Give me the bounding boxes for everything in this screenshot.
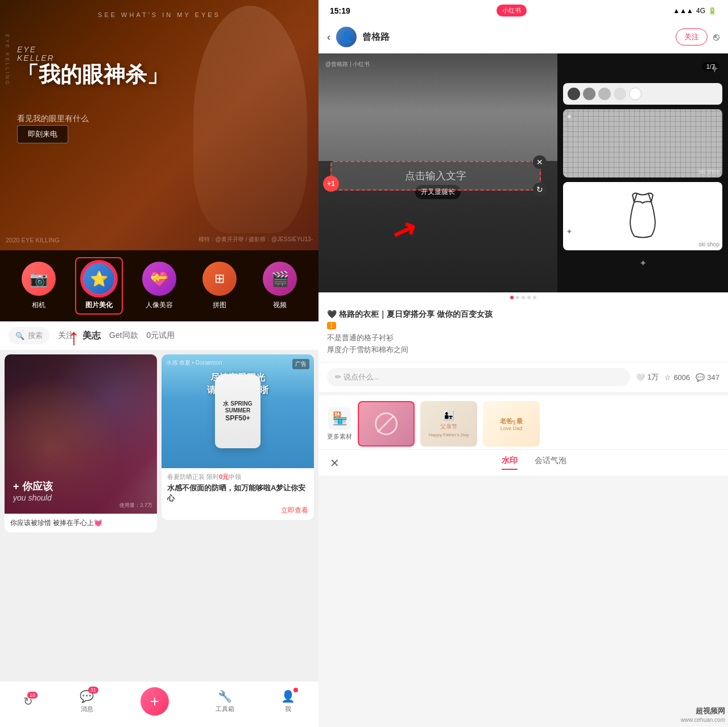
- back-button[interactable]: ‹: [327, 31, 330, 43]
- photo-credit: 模特：@黄开开呀 / 摄影师：@JESSIEYU13-: [198, 236, 313, 243]
- post-title: 🖤 格路的衣柜｜夏日穿搭分享 做你的百变女孩: [327, 309, 719, 320]
- star-count: 6006: [673, 373, 690, 382]
- text-placeholder[interactable]: 点击输入文字: [405, 169, 466, 183]
- card1-image: + 你应该 you should 使用量：2.7万: [5, 354, 157, 514]
- like-count: 1万: [647, 372, 659, 382]
- me-icon: 👤: [281, 690, 295, 703]
- rotate-overlay-button[interactable]: ↻: [533, 183, 547, 196]
- card2-image: 广告 水感 春夏 • Doraemon 尽情享受阳光请哆啦A梦防晣 水 SPRI…: [162, 354, 314, 468]
- bottom-tabs: ✕ 水印 会话气泡 超视频网 www.cehuan.com: [318, 449, 728, 476]
- watermark-thumb-3[interactable]: 老爸╗最 Love Dad: [483, 401, 540, 447]
- plaid-shirt-item[interactable]: ski shop ✦: [563, 109, 722, 177]
- page-indicator: 1/7: [702, 62, 719, 71]
- func-portrait[interactable]: 💝 人像美容: [142, 262, 176, 310]
- eye-keller-label: EYE KELLING: [5, 34, 10, 86]
- highlight-box: [75, 257, 123, 315]
- more-materials-label: 更多素材: [327, 432, 352, 441]
- dress-item[interactable]: ski shop ✦: [563, 182, 722, 250]
- tab-bubble[interactable]: 会话气泡: [535, 456, 566, 470]
- like-button[interactable]: 🤍 1万: [636, 372, 659, 382]
- profile-name: 曾格路: [362, 31, 670, 43]
- post-content: 🖤 格路的衣柜｜夏日穿搭分享 做你的百变女孩 1 不是普通的格子衬衫 厚度介于雪…: [318, 303, 728, 362]
- season-label: 水感 春夏 • Doraemon: [166, 359, 222, 367]
- edit-icon: ✏: [335, 373, 344, 381]
- tab-get[interactable]: Get同款: [109, 331, 138, 341]
- nav-tools[interactable]: 🔧 工具箱: [216, 689, 234, 713]
- close-tab-button[interactable]: ✕: [330, 456, 340, 470]
- portrait-label: 人像美容: [146, 300, 173, 310]
- status-icons: ▲▲▲ 4G 🔋: [673, 7, 717, 15]
- signal-label: 4G: [696, 7, 705, 15]
- card1-main-text: + 你应该: [13, 480, 148, 493]
- func-beauty[interactable]: ⭐ 图片美化: [82, 262, 116, 310]
- dot-1: [510, 296, 514, 299]
- fathers-day-text2: Happy Father's Day: [429, 432, 469, 437]
- profile-avatar: 👤: [336, 27, 357, 47]
- tab-meizhi[interactable]: 美志: [82, 330, 101, 342]
- func-video[interactable]: 🎬 视频: [263, 262, 297, 310]
- comment-count-button[interactable]: 💬 347: [696, 373, 719, 382]
- interaction-bar: ✏ 说点什么... 🤍 1万 ☆ 6006 💬 347: [318, 362, 728, 392]
- hero-cta-button[interactable]: 即刻来电: [17, 125, 68, 143]
- spring-summer-label: 春夏防晒正装 限时0元申领: [167, 473, 308, 481]
- photo-editor: @曾格路 | 小红书 开叉显腿长 +1 点击输入文字 ✕ ↻ ↗ ✦: [318, 53, 728, 292]
- card1-sub-text: you should: [13, 493, 148, 502]
- tab-watermark[interactable]: 水印: [502, 456, 518, 470]
- tab-trial[interactable]: 0元试用: [147, 331, 175, 341]
- dot-4: [527, 296, 531, 299]
- watermark-thumb-1[interactable]: [358, 401, 415, 447]
- hero-section: SEE WHAT'S IN MY EYES EYE KELLER 「我的眼神杀」…: [0, 0, 318, 250]
- tools-icon: 🔧: [218, 689, 232, 703]
- heart-like-icon: 🤍: [636, 373, 645, 382]
- card2-cta[interactable]: 立即查看: [167, 506, 308, 515]
- watermark-thumb-2[interactable]: 👨‍👧 父亲节 Happy Father's Day: [420, 401, 477, 447]
- card2-content: 春夏防晒正装 限时0元申领 水感不假面的防晒，如万能哆啦A梦让你安心 立即查看: [162, 468, 314, 520]
- add-button[interactable]: +: [140, 687, 169, 716]
- dress-image: ski shop: [563, 182, 722, 250]
- color-swatches[interactable]: [563, 83, 722, 105]
- nav-refresh[interactable]: ↻ 18: [23, 695, 33, 708]
- love-dad-text: 老爸╗最: [500, 417, 523, 426]
- card-2[interactable]: 广告 水感 春夏 • Doraemon 尽情享受阳光请哆啦A梦防晣 水 SPRI…: [162, 354, 314, 520]
- wifi-icon: ▲▲▲: [673, 7, 693, 15]
- hero-title: EYE KELLER 「我的眼神杀」: [17, 46, 168, 87]
- func-camera[interactable]: 📷 相机: [22, 262, 56, 310]
- nav-messages[interactable]: 💬 31 消息: [80, 689, 94, 713]
- hero-subtitle: 看见我的眼里有什么: [17, 114, 89, 124]
- dot-3: [522, 296, 525, 299]
- search-box[interactable]: 🔍 搜索: [9, 327, 49, 344]
- no-sign-icon: [375, 412, 398, 435]
- sparkle-icon-2: ✦: [566, 112, 573, 121]
- search-tabs-bar: 🔍 搜索 关注 美志 Get同款 0元试用: [0, 321, 318, 350]
- refresh-badge: 18: [27, 692, 38, 699]
- post-subtitle: 不是普通的格子衬衫: [327, 333, 719, 343]
- battery-icon: 🔋: [708, 7, 717, 15]
- nav-me[interactable]: 👤 我: [281, 689, 295, 713]
- search-icon: 🔍: [15, 332, 24, 340]
- comment-placeholder: 说点什么...: [344, 373, 379, 381]
- post-body: 厚度介于雪纺和棉布之间: [327, 345, 719, 355]
- more-materials-button[interactable]: 🏪 更多素材: [327, 407, 352, 441]
- collage-label: 拼图: [213, 300, 226, 310]
- share-button[interactable]: ⎋: [713, 31, 719, 43]
- right-panel: 15:19 小红书 ▲▲▲ 4G 🔋 ‹ 👤 曾格路 关注 ⎋ @曾格路 | 小…: [318, 0, 728, 727]
- post-tag: 1: [327, 322, 336, 329]
- func-collage[interactable]: ⊞ 拼图: [202, 262, 237, 310]
- card1-title: 你应该被珍惜 被捧在手心上💓: [5, 514, 157, 532]
- text-overlay[interactable]: +1 点击输入文字 ✕ ↻: [330, 161, 541, 191]
- card-1[interactable]: + 你应该 you should 使用量：2.7万 你应该被珍惜 被捧在手心上💓: [5, 354, 157, 532]
- ski-shop-label-2: ski shop: [698, 241, 719, 247]
- plaid-shirt-image: ski shop: [563, 109, 722, 177]
- follow-button[interactable]: 关注: [676, 28, 708, 46]
- fathers-day-text1: 父亲节: [440, 423, 457, 431]
- me-dot-badge: [293, 688, 298, 692]
- comment-input[interactable]: ✏ 说点什么...: [327, 368, 630, 386]
- heart-icon: 🖤: [327, 309, 337, 319]
- watermark-section: 🏪 更多素材 👨‍👧 父亲节 Happy Father's Day 老爸╗最 L: [318, 395, 728, 449]
- card2-title: 水感不假面的防晒，如万能哆啦A梦让你安心: [167, 483, 308, 503]
- dot-indicators: [318, 292, 728, 303]
- up-arrow-icon: ↑: [68, 324, 80, 350]
- close-overlay-button[interactable]: ✕: [533, 155, 547, 169]
- star-button[interactable]: ☆ 6006: [664, 373, 690, 382]
- tab-bar: 水印 会话气泡: [351, 456, 717, 470]
